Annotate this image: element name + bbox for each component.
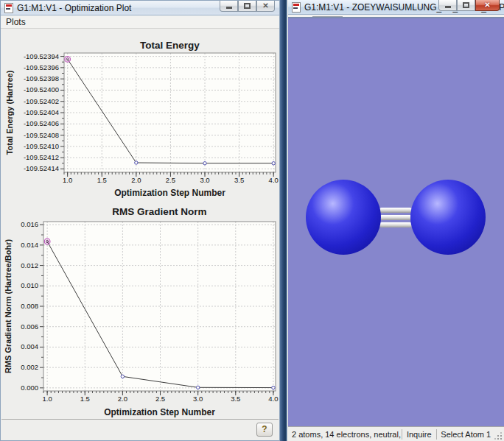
gaussview-document-icon [292, 2, 301, 13]
close-button[interactable]: ✕ [475, 0, 500, 11]
svg-text:1.0: 1.0 [63, 176, 72, 184]
triple-bond-bar-1[interactable] [379, 208, 412, 213]
maximize-button[interactable] [238, 1, 256, 12]
svg-text:Total Energy (Hartree): Total Energy (Hartree) [5, 70, 14, 155]
svg-text:0.014: 0.014 [21, 241, 38, 249]
molecule-window-titlebar[interactable]: G1:M1:V1 - ZOEYWAISUMLUNG_N2_OPTF_POP.LO… [288, 0, 504, 15]
svg-text:0.002: 0.002 [21, 363, 38, 371]
svg-text:-109.52406: -109.52406 [24, 119, 59, 127]
svg-text:-109.52400: -109.52400 [24, 85, 59, 94]
window-frame-edge [280, 0, 287, 441]
svg-text:2.0: 2.0 [131, 176, 141, 184]
svg-text:4.0: 4.0 [268, 395, 278, 403]
svg-text:0.008: 0.008 [21, 302, 38, 310]
svg-text:Total Energy: Total Energy [140, 40, 200, 51]
svg-text:4.0: 4.0 [269, 176, 279, 184]
svg-text:1.5: 1.5 [80, 395, 90, 403]
close-icon: ✕ [262, 2, 268, 10]
svg-text:-109.52396: -109.52396 [24, 63, 59, 71]
minimize-icon [445, 6, 451, 8]
svg-text:1.5: 1.5 [97, 176, 107, 184]
desktop: G1:M1:V1 - Optimization Plot ✕ Plots 1.0… [0, 0, 504, 441]
molecule-viewport[interactable] [288, 17, 504, 426]
svg-text:Optimization Step Number: Optimization Step Number [114, 188, 225, 198]
resize-grip[interactable] [495, 431, 503, 440]
svg-text:3.5: 3.5 [231, 395, 240, 403]
minimize-button[interactable] [438, 0, 457, 11]
total-energy-chart[interactable]: 1.01.52.02.53.03.54.0-109.52394-109.5239… [1, 31, 280, 200]
svg-text:-109.52410: -109.52410 [24, 142, 59, 150]
select-atom-label: Select Atom 1 [436, 430, 495, 439]
svg-text:0.010: 0.010 [21, 281, 38, 289]
svg-text:2.5: 2.5 [166, 176, 175, 184]
svg-text:1.0: 1.0 [43, 395, 52, 403]
nitrogen-atom-2[interactable] [410, 180, 486, 255]
minimize-icon [226, 7, 232, 9]
svg-text:3.0: 3.0 [193, 395, 203, 403]
maximize-icon [244, 3, 251, 9]
svg-text:-109.52394: -109.52394 [24, 52, 59, 60]
molecule-window-caption-buttons: ✕ [438, 0, 500, 11]
charts-area: 1.01.52.02.53.03.54.0-109.52394-109.5239… [1, 29, 279, 419]
nitrogen-atom-1[interactable] [306, 180, 381, 255]
molecule-statusbar: 2 atoms, 14 electrons, neutral, singlet … [288, 426, 504, 441]
maximize-icon [463, 2, 469, 8]
svg-text:3.0: 3.0 [200, 176, 209, 184]
plot-window-footer: ? [1, 419, 279, 440]
svg-text:-109.52404: -109.52404 [24, 108, 59, 116]
triple-bond-bar-2[interactable] [379, 215, 412, 220]
svg-text:-109.52408: -109.52408 [24, 131, 59, 139]
svg-text:0.000: 0.000 [21, 384, 38, 392]
close-button[interactable]: ✕ [256, 1, 275, 12]
molecule-info-text: 2 atoms, 14 electrons, neutral, singlet [288, 430, 402, 439]
svg-text:0.006: 0.006 [21, 322, 38, 331]
molecule-window-content: G1:M1:V1 - ZOEYWAISUMLUNG_N2_OPTF_POP.LO… [288, 0, 504, 441]
gaussview-document-icon [4, 3, 13, 13]
triple-bond-bar-3[interactable] [379, 222, 412, 227]
minimize-button[interactable] [220, 1, 238, 12]
svg-text:-109.52398: -109.52398 [24, 74, 59, 82]
svg-text:2.0: 2.0 [118, 395, 127, 403]
svg-text:0.012: 0.012 [21, 261, 38, 269]
svg-text:0.016: 0.016 [21, 220, 38, 228]
menu-item-plots[interactable]: Plots [1, 16, 31, 28]
svg-text:2.5: 2.5 [155, 395, 165, 403]
svg-text:-109.52412: -109.52412 [24, 153, 59, 161]
plot-window-caption-buttons: ✕ [220, 1, 275, 12]
close-icon: ✕ [484, 1, 490, 9]
svg-text:3.5: 3.5 [234, 176, 244, 184]
svg-text:RMS Gradient Norm (Hartree/Boh: RMS Gradient Norm (Hartree/Bohr) [4, 239, 13, 373]
svg-text:-109.52402: -109.52402 [24, 97, 59, 105]
maximize-button[interactable] [457, 0, 475, 11]
plot-window-titlebar[interactable]: G1:M1:V1 - Optimization Plot ✕ [1, 1, 279, 15]
svg-text:RMS Gradient Norm: RMS Gradient Norm [112, 206, 206, 217]
plot-menubar: Plots [1, 15, 279, 29]
svg-text:Optimization Step Number: Optimization Step Number [104, 407, 215, 417]
rms-gradient-norm-chart[interactable]: 1.01.52.02.53.03.54.00.0160.0140.0120.01… [1, 202, 280, 420]
svg-text:-109.52414: -109.52414 [24, 164, 59, 172]
molecule-view-window: G1:M1:V1 - ZOEYWAISUMLUNG_N2_OPTF_POP.LO… [280, 0, 504, 441]
optimization-plot-window: G1:M1:V1 - Optimization Plot ✕ Plots 1.0… [0, 0, 280, 441]
help-button[interactable]: ? [256, 423, 273, 437]
svg-text:0.004: 0.004 [21, 342, 38, 350]
inquire-mode-label: Inquire [402, 430, 436, 439]
